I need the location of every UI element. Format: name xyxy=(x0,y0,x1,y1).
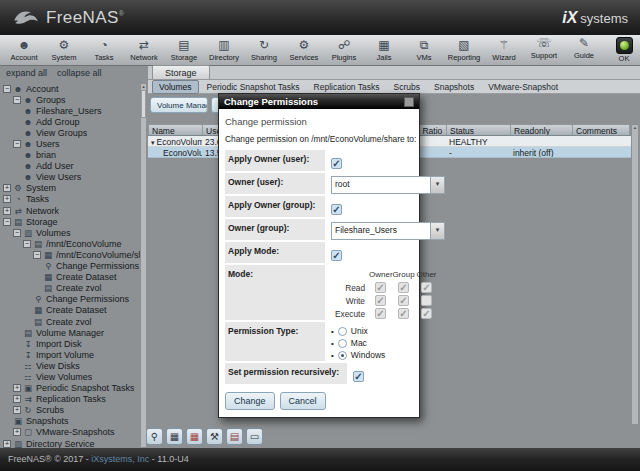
collapse-node-icon[interactable]: − xyxy=(13,229,21,237)
sidebar-item-add-user[interactable]: ☻Add User xyxy=(0,161,140,172)
sidebar-item-system[interactable]: +⚙System xyxy=(0,183,140,194)
expand-node-icon[interactable]: + xyxy=(13,395,21,403)
apply-owner-user-checkbox[interactable]: ✓ xyxy=(331,158,342,169)
unix-radio[interactable] xyxy=(338,327,347,336)
sidebar-item-groups[interactable]: −☻Groups xyxy=(0,94,140,105)
mode-execute-owner-checkbox[interactable]: ✓ xyxy=(375,308,386,319)
column-header-comments[interactable]: Comments xyxy=(573,125,630,135)
sidebar-item-mnt-econovolume[interactable]: −▤/mnt/EconoVolume xyxy=(0,238,140,249)
subtab-volumes[interactable]: Volumes xyxy=(152,80,199,94)
mode-execute-other-checkbox[interactable]: ✓ xyxy=(421,308,432,319)
sidebar-item-storage[interactable]: −▤Storage xyxy=(0,216,140,227)
sidebar-item-periodic-snapshot-tasks[interactable]: +▣Periodic Snapshot Tasks xyxy=(0,383,140,394)
toolbar-item-storage[interactable]: ▤Storage xyxy=(164,39,204,62)
expand-node-icon[interactable]: + xyxy=(3,184,11,192)
collapse-node-icon[interactable]: − xyxy=(33,251,41,259)
create-zvol-button[interactable]: ▤ xyxy=(226,428,243,445)
change-permissions-button[interactable]: ⚲ xyxy=(146,428,163,445)
toolbar-item-jails[interactable]: ▦Jails xyxy=(364,39,404,62)
scroll-up-icon[interactable]: ▲ xyxy=(632,125,638,130)
expand-node-icon[interactable]: + xyxy=(13,406,21,414)
expand-node-icon[interactable]: + xyxy=(13,384,21,392)
tab-storage[interactable]: Storage xyxy=(152,65,210,79)
row-expander-icon[interactable]: ▾ xyxy=(151,139,155,146)
subtab-periodic-snapshot-tasks[interactable]: Periodic Snapshot Tasks xyxy=(201,81,306,93)
mode-read-owner-checkbox[interactable]: ✓ xyxy=(375,282,386,293)
toolbar-item-tasks[interactable]: ◔Tasks xyxy=(84,39,124,62)
sidebar-item-mnt-econovolume-share[interactable]: −▦/mnt/EconoVolume/share xyxy=(0,249,140,260)
expand-all-link[interactable]: expand all xyxy=(6,68,47,78)
expand-node-icon[interactable]: + xyxy=(3,195,11,203)
expand-node-icon[interactable]: + xyxy=(3,207,11,215)
collapse-node-icon[interactable]: − xyxy=(13,140,21,148)
sidebar-item-scrubs[interactable]: +↻Scrubs xyxy=(0,405,140,416)
expand-node-icon[interactable]: + xyxy=(13,428,21,436)
sidebar-item-create-dataset[interactable]: ▦Create Dataset xyxy=(0,305,140,316)
subtab-scrubs[interactable]: Scrubs xyxy=(388,81,426,93)
sidebar-item-account[interactable]: −☻Account xyxy=(0,83,140,94)
mode-write-owner-checkbox[interactable]: ✓ xyxy=(375,295,386,306)
collapse-node-icon[interactable]: − xyxy=(23,240,31,248)
sidebar-item-fileshare-users[interactable]: ☻Fileshare_Users xyxy=(0,105,140,116)
toolbar-item-directory[interactable]: ▥Directory xyxy=(204,39,244,62)
toolbar-item-support[interactable]: ☏Support xyxy=(524,37,564,63)
sidebar-item-add-group[interactable]: ☻Add Group xyxy=(0,116,140,127)
expand-node-icon[interactable]: + xyxy=(3,440,11,448)
toolbar-item-reporting[interactable]: ▧Reporting xyxy=(444,39,484,62)
sidebar-item-view-users[interactable]: ☻View Users xyxy=(0,172,140,183)
apply-owner-group-checkbox[interactable]: ✓ xyxy=(331,204,342,215)
subtab-replication-tasks[interactable]: Replication Tasks xyxy=(308,81,386,93)
volume-manager-button[interactable]: Volume Manager xyxy=(150,97,208,113)
sidebar-item-create-zvol[interactable]: ▤Create zvol xyxy=(0,316,140,327)
sidebar-item-tasks[interactable]: +◔Tasks xyxy=(0,194,140,205)
scroll-up-icon[interactable]: ▲ xyxy=(141,84,146,89)
collapse-node-icon[interactable]: − xyxy=(13,96,21,104)
toolbar-item-guide[interactable]: ✎Guide xyxy=(564,37,604,63)
sidebar-item-network[interactable]: +⇄Network xyxy=(0,205,140,216)
dialog-close-button[interactable] xyxy=(404,97,414,107)
scrollbar-thumb[interactable] xyxy=(141,90,146,118)
column-header-name[interactable]: Name xyxy=(149,125,203,135)
dialog-titlebar[interactable]: Change Permissions xyxy=(219,94,419,109)
sidebar-item-view-volumes[interactable]: ⚏View Volumes xyxy=(0,371,140,382)
mode-read-other-checkbox[interactable]: ✓ xyxy=(421,282,432,293)
sidebar-item-import-volume[interactable]: ↧Import Volume xyxy=(0,349,140,360)
mac-radio[interactable] xyxy=(338,339,347,348)
collapse-all-link[interactable]: collapse all xyxy=(57,68,102,78)
windows-radio[interactable] xyxy=(338,351,347,360)
toolbar-item-sharing[interactable]: ↻Sharing xyxy=(244,39,284,62)
column-header-readonly[interactable]: Readonly xyxy=(511,125,573,135)
sidebar-item-vmware-snapshots[interactable]: +▢VMware-Snapshots xyxy=(0,427,140,438)
change-button[interactable]: Change xyxy=(225,392,275,410)
sidebar-item-change-permissions[interactable]: ⚲Change Permissions xyxy=(0,294,140,305)
toolbar-item-system[interactable]: ⚙System xyxy=(44,39,84,62)
toolbar-item-network[interactable]: ⇄Network xyxy=(124,39,164,62)
collapse-node-icon[interactable]: − xyxy=(3,218,11,226)
owner-group-select[interactable]: Fileshare_Users▾ xyxy=(331,222,445,240)
sidebar-item-users[interactable]: −☻Users xyxy=(0,138,140,149)
mode-write-other-checkbox[interactable]: ✓ xyxy=(421,295,432,306)
mode-read-group-checkbox[interactable]: ✓ xyxy=(398,282,409,293)
subtab-snapshots[interactable]: Snapshots xyxy=(428,81,480,93)
toolbar-item-plugins[interactable]: ☍Plugins xyxy=(324,39,364,62)
destroy-dataset-button[interactable]: ▦ xyxy=(186,428,203,445)
sidebar-item-create-zvol[interactable]: ▤Create zvol xyxy=(0,283,140,294)
sidebar-item-volumes[interactable]: −▥Volumes xyxy=(0,227,140,238)
sidebar-item-brian[interactable]: ☻brian xyxy=(0,150,140,161)
toolbar-item-services[interactable]: ⚙Services xyxy=(284,39,324,62)
sidebar-item-snapshots[interactable]: ▣Snapshots xyxy=(0,416,140,427)
sidebar-item-view-disks[interactable]: ⚏View Disks xyxy=(0,360,140,371)
sidebar-item-replication-tasks[interactable]: +⇉Replication Tasks xyxy=(0,394,140,405)
table-scrollbar[interactable]: ▲ xyxy=(631,124,639,425)
sidebar-item-create-dataset[interactable]: ▦Create Dataset xyxy=(0,272,140,283)
create-dataset-button[interactable]: ▦ xyxy=(166,428,183,445)
toolbar-item-vms[interactable]: ⧉VMs xyxy=(404,39,444,62)
sidebar-item-change-permissions[interactable]: ⚲Change Permissions xyxy=(0,261,140,272)
edit-options-button[interactable]: ⚒ xyxy=(206,428,223,445)
column-header-status[interactable]: Status xyxy=(447,125,511,135)
mode-execute-group-checkbox[interactable]: ✓ xyxy=(398,308,409,319)
cancel-button[interactable]: Cancel xyxy=(280,392,326,410)
owner-user-select[interactable]: root▾ xyxy=(331,176,445,194)
sidebar-item-directory-service[interactable]: +▥Directory Service xyxy=(0,438,140,448)
toolbar-item-ok[interactable]: OK xyxy=(604,37,640,63)
